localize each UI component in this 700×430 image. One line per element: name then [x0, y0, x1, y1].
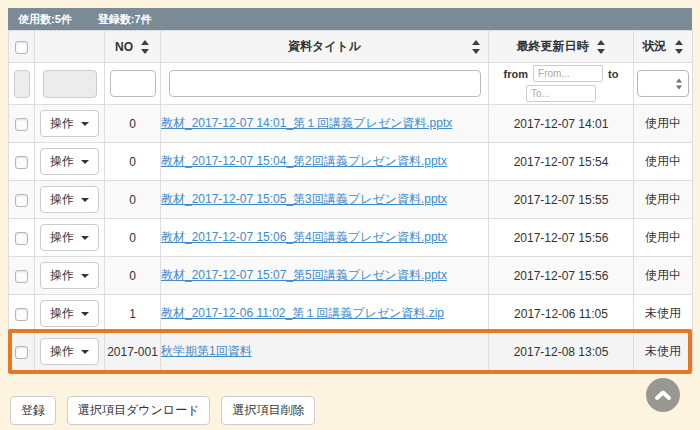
row-no-cell: 0: [105, 143, 161, 181]
checkbox-filter-control: [14, 70, 30, 98]
row-no-cell: 0: [105, 257, 161, 295]
row-no-cell: 0: [105, 181, 161, 219]
table-row: 操作 1 教材_2017-12-06 11:02_第１回講義プレゼン資料.zip…: [9, 295, 693, 333]
operation-filter-cell: [35, 63, 105, 105]
footer-actions: 登録 選択項目ダウンロード 選択項目削除: [10, 396, 315, 425]
row-title-cell: 秋学期第1回資料: [161, 333, 489, 371]
sort-icon: [597, 40, 606, 54]
sort-icon: [675, 40, 684, 54]
row-title-cell: 教材_2017-12-07 15:05_第3回講義プレゼン資料.pptx: [161, 181, 489, 219]
operation-button-label: 操作: [50, 229, 74, 246]
operation-button-label: 操作: [50, 267, 74, 284]
registered-count: 登録数:7件: [98, 12, 152, 27]
register-button[interactable]: 登録: [10, 396, 56, 425]
operation-button-label: 操作: [50, 153, 74, 170]
material-title-link[interactable]: 教材_2017-12-07 15:07_第5回講義プレゼン資料.pptx: [161, 268, 447, 282]
used-count: 使用数:5件: [18, 12, 72, 27]
row-checkbox[interactable]: [15, 308, 28, 321]
updated-column-header[interactable]: 最終更新日時: [489, 31, 634, 63]
select-spinner-icon: [676, 78, 683, 89]
row-status-cell: 使用中: [634, 181, 693, 219]
operation-button-label: 操作: [50, 191, 74, 208]
operation-dropdown-button[interactable]: 操作: [40, 262, 99, 289]
title-header-label: 資料タイトル: [288, 38, 361, 55]
table-row: 操作 0 教材_2017-12-07 14:01_第１回講義プレゼン資料.ppt…: [9, 105, 693, 143]
row-status-cell: 使用中: [634, 143, 693, 181]
caret-down-icon: [81, 198, 89, 202]
row-title-cell: 教材_2017-12-07 15:06_第4回講義プレゼン資料.pptx: [161, 219, 489, 257]
status-column-header[interactable]: 状況: [634, 31, 693, 63]
caret-down-icon: [81, 350, 89, 354]
no-column-header[interactable]: NO: [105, 31, 161, 63]
table-row: 操作 0 教材_2017-12-07 15:04_第2回講義プレゼン資料.ppt…: [9, 143, 693, 181]
material-title-link[interactable]: 教材_2017-12-07 14:01_第１回講義プレゼン資料.pptx: [161, 116, 452, 130]
row-checkbox-cell: [9, 181, 35, 219]
material-title-link[interactable]: 教材_2017-12-07 15:05_第3回講義プレゼン資料.pptx: [161, 192, 447, 206]
row-title-cell: 教材_2017-12-07 15:04_第2回講義プレゼン資料.pptx: [161, 143, 489, 181]
row-checkbox-cell: [9, 143, 35, 181]
operation-button-label: 操作: [50, 343, 74, 360]
row-checkbox-cell: [9, 257, 35, 295]
status-filter-select[interactable]: [637, 70, 689, 97]
operation-dropdown-button[interactable]: 操作: [40, 224, 99, 251]
caret-down-icon: [81, 122, 89, 126]
table-row: 操作 0 教材_2017-12-07 15:06_第4回講義プレゼン資料.ppt…: [9, 219, 693, 257]
row-updated-cell: 2017-12-08 13:05: [489, 333, 634, 371]
table-body: 操作 0 教材_2017-12-07 14:01_第１回講義プレゼン資料.ppt…: [9, 105, 693, 371]
row-title-cell: 教材_2017-12-06 11:02_第１回講義プレゼン資料.zip: [161, 295, 489, 333]
select-all-checkbox[interactable]: [15, 41, 28, 54]
row-no-cell: 1: [105, 295, 161, 333]
row-no-cell: 0: [105, 219, 161, 257]
filter-row: from to: [9, 63, 693, 105]
operation-button-label: 操作: [50, 305, 74, 322]
row-status-cell: 未使用: [634, 333, 693, 371]
material-title-link[interactable]: 秋学期第1回資料: [161, 344, 252, 358]
material-title-link[interactable]: 教材_2017-12-07 15:04_第2回講義プレゼン資料.pptx: [161, 154, 447, 168]
date-to-input[interactable]: [526, 85, 596, 102]
no-filter-input[interactable]: [110, 70, 156, 97]
row-checkbox[interactable]: [15, 118, 28, 131]
updated-header-label: 最終更新日時: [517, 38, 589, 55]
to-label: to: [608, 68, 618, 80]
row-status-cell: 未使用: [634, 295, 693, 333]
row-updated-cell: 2017-12-07 14:01: [489, 105, 634, 143]
row-no-cell: 0: [105, 105, 161, 143]
date-from-input[interactable]: [533, 65, 603, 82]
row-operation-cell: 操作: [35, 143, 105, 181]
title-filter-cell: [161, 63, 489, 105]
table-row: 操作 2017-001 秋学期第1回資料 2017-12-08 13:05 未使…: [9, 333, 693, 371]
status-filter-cell: [634, 63, 693, 105]
operation-dropdown-button[interactable]: 操作: [40, 338, 99, 365]
row-checkbox[interactable]: [15, 270, 28, 283]
material-title-link[interactable]: 教材_2017-12-06 11:02_第１回講義プレゼン資料.zip: [161, 306, 444, 320]
row-operation-cell: 操作: [35, 219, 105, 257]
delete-selected-button[interactable]: 選択項目削除: [221, 396, 315, 425]
row-status-cell: 使用中: [634, 257, 693, 295]
row-checkbox[interactable]: [15, 194, 28, 207]
material-title-link[interactable]: 教材_2017-12-07 15:06_第4回講義プレゼン資料.pptx: [161, 230, 447, 244]
row-title-cell: 教材_2017-12-07 14:01_第１回講義プレゼン資料.pptx: [161, 105, 489, 143]
table-row: 操作 0 教材_2017-12-07 15:07_第5回講義プレゼン資料.ppt…: [9, 257, 693, 295]
row-checkbox-cell: [9, 219, 35, 257]
row-checkbox[interactable]: [15, 156, 28, 169]
row-checkbox[interactable]: [15, 346, 28, 359]
row-updated-cell: 2017-12-07 15:56: [489, 219, 634, 257]
operation-dropdown-button[interactable]: 操作: [40, 300, 99, 327]
operation-dropdown-button[interactable]: 操作: [40, 186, 99, 213]
title-filter-input[interactable]: [169, 70, 481, 97]
caret-down-icon: [81, 312, 89, 316]
row-checkbox-cell: [9, 333, 35, 371]
operation-dropdown-button[interactable]: 操作: [40, 148, 99, 175]
row-no-cell: 2017-001: [105, 333, 161, 371]
sort-icon: [472, 40, 481, 54]
row-updated-cell: 2017-12-07 15:55: [489, 181, 634, 219]
scroll-to-top-button[interactable]: [646, 378, 680, 412]
operation-filter-control: [43, 70, 97, 98]
operation-dropdown-button[interactable]: 操作: [40, 110, 99, 137]
row-operation-cell: 操作: [35, 181, 105, 219]
download-selected-button[interactable]: 選択項目ダウンロード: [67, 396, 210, 425]
row-checkbox[interactable]: [15, 232, 28, 245]
row-operation-cell: 操作: [35, 295, 105, 333]
title-column-header[interactable]: 資料タイトル: [161, 31, 489, 63]
select-all-header: [9, 31, 35, 63]
